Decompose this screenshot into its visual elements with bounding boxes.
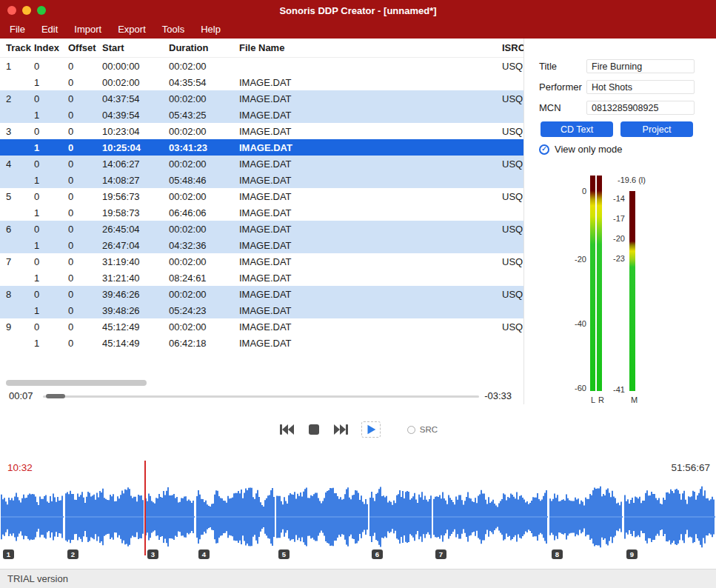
column-header-duration: Duration bbox=[169, 42, 239, 53]
cell-start: 45:12:49 bbox=[102, 321, 169, 333]
waveform-track-1[interactable] bbox=[1, 480, 64, 554]
waveform-track-3[interactable] bbox=[145, 480, 195, 554]
stop-button[interactable] bbox=[307, 422, 321, 437]
menu-item-file[interactable]: File bbox=[1, 21, 33, 39]
column-header-start: Start bbox=[102, 42, 169, 53]
meter-channel-label-l: L bbox=[591, 395, 595, 404]
table-row[interactable]: 70031:19:4000:02:00IMAGE.DATUSQ bbox=[0, 253, 523, 270]
table-row[interactable]: 1014:08:2705:48:46IMAGE.DAT bbox=[0, 172, 523, 188]
cell-start: 31:19:40 bbox=[102, 256, 169, 267]
track-badge-4[interactable]: 4 bbox=[198, 549, 210, 559]
titlebar: Sonoris DDP Creator - [unnamed*] bbox=[0, 0, 716, 21]
track-badge-8[interactable]: 8 bbox=[552, 549, 563, 559]
seek-slider[interactable] bbox=[43, 395, 479, 398]
track-badge-3[interactable]: 3 bbox=[147, 549, 158, 559]
cell-isrc: USQ bbox=[502, 321, 523, 333]
cell-file: IMAGE.DAT bbox=[239, 191, 502, 202]
waveform-track-8[interactable] bbox=[549, 480, 623, 554]
lr-scale-label-1: -20 bbox=[567, 255, 586, 264]
table-row[interactable]: 1026:47:0404:32:36IMAGE.DAT bbox=[0, 237, 523, 253]
zoom-window-button[interactable] bbox=[37, 6, 46, 15]
waveform-track-5[interactable] bbox=[276, 480, 368, 554]
table-row[interactable]: 90045:12:4900:02:00IMAGE.DATUSQ bbox=[0, 318, 523, 335]
table-row[interactable]: 30010:23:0400:02:00IMAGE.DATUSQ bbox=[0, 123, 523, 139]
mcn-input[interactable] bbox=[586, 101, 695, 115]
cell-start: 14:06:27 bbox=[102, 158, 169, 170]
table-row[interactable]: 60026:45:0400:02:00IMAGE.DATUSQ bbox=[0, 221, 523, 237]
cell-index: 0 bbox=[34, 289, 68, 300]
table-row[interactable]: 80039:46:2600:02:00IMAGE.DATUSQ bbox=[0, 286, 523, 302]
cell-duration: 00:02:00 bbox=[169, 126, 239, 137]
waveform-track-6[interactable] bbox=[369, 480, 432, 554]
table-row[interactable]: 10000:00:0000:02:00USQ bbox=[0, 58, 523, 74]
menu-item-help[interactable]: Help bbox=[193, 21, 229, 39]
cell-duration: 05:48:46 bbox=[169, 175, 239, 186]
src-group: SRC bbox=[407, 425, 438, 434]
play-button[interactable] bbox=[361, 421, 381, 438]
cell-start: 04:39:54 bbox=[102, 110, 169, 121]
cell-offset: 0 bbox=[68, 126, 102, 137]
lr-scale-label-0: 0 bbox=[567, 187, 586, 196]
seek-slider-thumb[interactable] bbox=[46, 394, 65, 398]
src-label: SRC bbox=[420, 425, 438, 434]
cell-offset: 0 bbox=[68, 110, 102, 121]
next-track-button[interactable] bbox=[333, 423, 349, 436]
close-window-button[interactable] bbox=[7, 6, 16, 15]
title-label: Title bbox=[539, 61, 586, 72]
main-area: Track Index Offset Start Duration File N… bbox=[0, 39, 716, 404]
src-indicator[interactable] bbox=[407, 426, 415, 434]
waveform-strip[interactable]: 123456789 bbox=[0, 480, 716, 555]
cell-index: 1 bbox=[34, 273, 68, 284]
cell-track: 3 bbox=[6, 126, 34, 137]
table-row[interactable]: 1039:48:2605:24:23IMAGE.DAT bbox=[0, 302, 523, 318]
minimize-window-button[interactable] bbox=[22, 6, 31, 15]
waveform-track-9[interactable] bbox=[624, 480, 715, 554]
cell-isrc: USQ bbox=[502, 289, 523, 300]
menu-item-edit[interactable]: Edit bbox=[33, 21, 66, 39]
cell-index: 0 bbox=[34, 126, 68, 137]
table-row[interactable]: 1000:02:0004:35:54IMAGE.DAT bbox=[0, 74, 523, 90]
table-row[interactable]: 1019:58:7306:46:06IMAGE.DAT bbox=[0, 204, 523, 221]
project-button[interactable]: Project bbox=[620, 121, 693, 137]
waveform-track-7[interactable] bbox=[433, 480, 548, 554]
menu-item-tools[interactable]: Tools bbox=[154, 21, 193, 39]
cell-index: 1 bbox=[34, 305, 68, 316]
cell-file: IMAGE.DAT bbox=[239, 256, 502, 267]
menu-item-import[interactable]: Import bbox=[66, 21, 110, 39]
cell-track: 7 bbox=[6, 256, 34, 267]
horizontal-scrollbar-thumb[interactable] bbox=[6, 380, 147, 386]
table-row[interactable]: 40014:06:2700:02:00IMAGE.DATUSQ bbox=[0, 156, 523, 172]
cell-duration: 00:02:00 bbox=[169, 321, 239, 333]
cell-offset: 0 bbox=[68, 93, 102, 104]
app-window: Sonoris DDP Creator - [unnamed*] FileEdi… bbox=[0, 0, 716, 588]
track-badge-6[interactable]: 6 bbox=[372, 549, 383, 559]
cell-index: 0 bbox=[34, 256, 68, 267]
statusbar: TRIAL version bbox=[0, 569, 716, 588]
cell-start: 45:14:49 bbox=[102, 338, 169, 349]
table-row[interactable]: 1031:21:4008:24:61IMAGE.DAT bbox=[0, 270, 523, 286]
title-input[interactable] bbox=[586, 59, 695, 73]
cell-duration: 05:24:23 bbox=[169, 305, 239, 316]
table-row[interactable]: 1010:25:0403:41:23IMAGE.DAT bbox=[0, 139, 523, 156]
cell-isrc: USQ bbox=[502, 224, 523, 235]
table-row[interactable]: 20004:37:5400:02:00IMAGE.DATUSQ bbox=[0, 90, 523, 107]
cd-text-button[interactable]: CD Text bbox=[541, 121, 613, 137]
cell-track: 8 bbox=[6, 289, 34, 300]
table-row[interactable]: 1004:39:5405:43:25IMAGE.DAT bbox=[0, 107, 523, 123]
cell-track: 2 bbox=[6, 93, 34, 104]
performer-input[interactable] bbox=[586, 80, 695, 94]
track-badge-1[interactable]: 1 bbox=[3, 549, 14, 559]
cell-isrc: USQ bbox=[502, 191, 523, 202]
waveform-track-4[interactable] bbox=[196, 480, 275, 554]
waveform-track-2[interactable] bbox=[65, 480, 144, 554]
table-row[interactable]: 1045:14:4906:42:18IMAGE.DAT bbox=[0, 335, 523, 351]
view-only-mode-checkbox-icon[interactable]: ✓ bbox=[539, 144, 549, 155]
track-badge-5[interactable]: 5 bbox=[278, 549, 290, 559]
cell-file: IMAGE.DAT bbox=[239, 93, 502, 104]
track-badge-9[interactable]: 9 bbox=[626, 549, 638, 559]
track-badge-2[interactable]: 2 bbox=[67, 549, 78, 559]
menu-item-export[interactable]: Export bbox=[110, 21, 154, 39]
table-row[interactable]: 50019:56:7300:02:00IMAGE.DATUSQ bbox=[0, 188, 523, 204]
track-badge-7[interactable]: 7 bbox=[435, 549, 446, 559]
previous-track-button[interactable] bbox=[278, 423, 295, 436]
